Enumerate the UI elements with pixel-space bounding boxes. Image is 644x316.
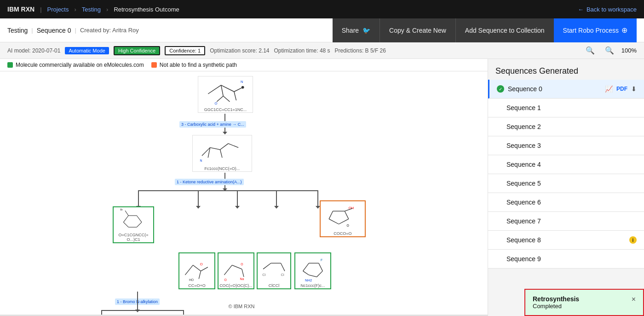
seq-download-icon-0[interactable]: ⬇ (631, 85, 637, 93)
seq-chart-icon-0[interactable]: 📈 (605, 85, 613, 93)
sidebar: Sequences Generated ✓Sequence 0 📈 PDF ⬇ … (488, 59, 644, 316)
seq-name-9: Sequence 9 (506, 255, 637, 263)
mol-label-int1: Fc1ccc(NCC(=O)... (204, 166, 241, 171)
svg-line-21 (339, 219, 348, 224)
svg-line-11 (210, 147, 220, 149)
reaction-label-2: 1 - Ketone reductive amination(A...) (175, 179, 244, 185)
molecule-green-3[interactable]: O Na O COC(=O)OC(C)... (218, 252, 254, 289)
sequence-item-6[interactable]: Sequence 6 (488, 193, 644, 212)
molecule-intermediate-1[interactable]: N Fc1ccc(NCC(=O)... (192, 135, 252, 172)
svg-line-4 (217, 96, 223, 101)
seq-pdf-0[interactable]: PDF (616, 86, 627, 92)
seq-name-2: Sequence 2 (506, 123, 637, 130)
svg-text:O: O (224, 278, 226, 281)
svg-line-33 (185, 265, 193, 275)
svg-line-52 (319, 263, 323, 271)
back-button[interactable]: ← Back to workspace (578, 6, 637, 13)
seq-name-5: Sequence 5 (506, 180, 637, 187)
legend-green-label: Molecule commercially available on eMole… (16, 62, 144, 68)
arrow-branch-c2 (237, 190, 238, 206)
svg-line-2 (234, 88, 243, 92)
seq-empty-7 (495, 217, 503, 225)
molecule-green-5[interactable]: F NH2 Nc1ccc(F)c... (294, 252, 331, 289)
molecule-green-4[interactable]: Cl Cl ClCCl (257, 252, 291, 289)
sequence-item-7[interactable]: Sequence 7 (488, 212, 644, 231)
legend-orange-dot (151, 62, 157, 68)
zoom-in-button[interactable]: 🔍 (583, 45, 598, 56)
svg-line-1 (221, 85, 234, 92)
sequence-item-4[interactable]: Sequence 4 (488, 155, 644, 174)
svg-line-55 (303, 271, 309, 275)
sequence-item-9[interactable]: Sequence 9 (488, 250, 644, 269)
seq-name-1: Sequence 1 (506, 104, 637, 111)
svg-line-40 (232, 265, 242, 269)
molecule-green-2[interactable]: O HO CC=O+O (178, 252, 215, 289)
svg-line-31 (125, 211, 128, 216)
sequence-item-1[interactable]: Sequence 1 (488, 99, 644, 117)
project-title: Testing (7, 27, 28, 34)
copy-create-button[interactable]: Copy & Create New (380, 18, 455, 42)
nav-current-page: Retrosynthesis Outcome (114, 6, 179, 13)
molecule-svg-g2: O HO (179, 253, 214, 283)
sequence-item-8[interactable]: Sequence 8i (488, 231, 644, 250)
sequence-item-2[interactable]: Sequence 2 (488, 117, 644, 136)
sequence-item-3[interactable]: Sequence 3 (488, 136, 644, 155)
add-sequence-button[interactable]: Add Sequence to Collection (455, 18, 554, 42)
seq-empty-8 (495, 236, 503, 244)
svg-text:Na: Na (240, 277, 244, 281)
seq-info-icon-8[interactable]: i (629, 236, 637, 244)
auto-mode-badge: Automatic Mode (65, 47, 109, 54)
nav-testing[interactable]: Testing (82, 6, 101, 13)
svg-line-18 (329, 211, 333, 219)
sidebar-title: Sequences Generated (495, 66, 637, 76)
sidebar-header: Sequences Generated (488, 59, 644, 80)
copy-label: Copy & Create New (389, 27, 446, 34)
plus-icon: ⊕ (621, 26, 627, 35)
mol-label-product: GGC1CC=CC1=1NC... (203, 107, 248, 112)
svg-line-50 (303, 263, 309, 271)
zoom-out-button[interactable]: 🔍 (602, 45, 617, 56)
svg-line-35 (199, 271, 201, 279)
svg-text:O: O (347, 224, 349, 227)
toast-title: Retrosynthesis (533, 295, 579, 303)
svg-line-54 (309, 275, 316, 277)
nav-projects[interactable]: Projects (47, 6, 69, 13)
mol-label-g2: CC=O+O (187, 283, 207, 288)
top-nav: IBM RXN | Projects › Testing › Retrosynt… (0, 0, 644, 18)
nav-chevron-2: › (106, 6, 108, 13)
svg-line-25 (123, 216, 128, 222)
svg-line-45 (263, 263, 271, 269)
share-button[interactable]: Share 🐦 (333, 18, 380, 42)
zoom-level: 100% (621, 47, 637, 54)
svg-line-53 (317, 271, 323, 277)
h-line-bottom (101, 310, 184, 311)
svg-line-3 (221, 85, 224, 96)
svg-line-14 (220, 150, 222, 158)
seq-name-6: Sequence 6 (506, 199, 637, 206)
arrow-branch-left (138, 190, 139, 206)
toolbar: Testing | Sequence 0 | Created by: Aritr… (0, 18, 644, 42)
svg-text:F: F (321, 258, 322, 262)
sequence-item-5[interactable]: Sequence 5 (488, 174, 644, 193)
svg-line-5 (223, 96, 230, 101)
seq-empty-2 (495, 123, 503, 130)
svg-line-28 (137, 222, 142, 227)
brand-logo: IBM RXN (7, 6, 34, 13)
mol-label-g5: Nc1ccc(F)c... (300, 283, 326, 288)
sequence-item-0[interactable]: ✓Sequence 0 📈 PDF ⬇ (488, 80, 644, 99)
info-bar: AI model: 2020-07-01 Automatic Mode High… (0, 42, 644, 59)
molecule-product[interactable]: N O GGC1CC=CC1=1NC... (198, 76, 253, 113)
arrow-bot-right (183, 310, 184, 315)
legend: Molecule commercially available on eMole… (0, 59, 488, 71)
canvas-scroll[interactable]: N O GGC1CC=CC1=1NC... 3 - Carboxylic aci… (0, 71, 488, 315)
toast-close-button[interactable]: × (632, 295, 636, 304)
nav-sep-1: | (40, 6, 41, 13)
molecule-green-1[interactable]: Br O=C1CGNCC(=O...)C1 (113, 206, 154, 243)
seq-empty-6 (495, 199, 503, 206)
start-robo-button[interactable]: Start Robo Process ⊕ (554, 18, 637, 42)
molecule-svg-product: N O (198, 76, 253, 107)
molecule-svg-g1: Br (114, 207, 153, 232)
svg-text:Cl: Cl (281, 273, 284, 277)
molecule-orange[interactable]: OH O COCO=O (320, 200, 366, 237)
toast-subtitle: Completed (533, 303, 579, 310)
